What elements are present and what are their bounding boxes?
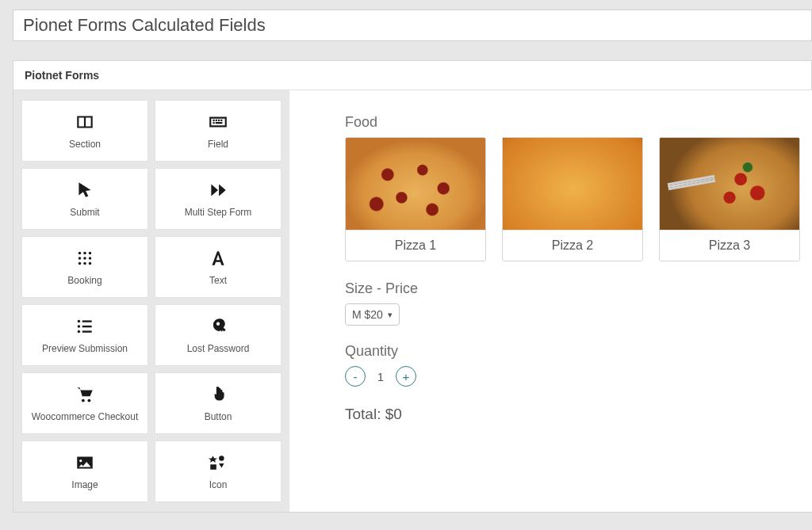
size-value: M $20 (352, 308, 383, 321)
food-label: Food (345, 114, 800, 131)
fast-forward-icon (208, 180, 228, 200)
svg-point-4 (83, 257, 86, 259)
svg-point-1 (83, 252, 86, 254)
svg-point-0 (79, 252, 81, 254)
widget-label: Woocommerce Checkout (32, 411, 139, 422)
food-option-pizza-2[interactable]: Pizza 2 (502, 137, 643, 261)
quantity-stepper: - 1 + (345, 366, 800, 387)
food-caption: Pizza 2 (503, 230, 642, 261)
widget-label: Icon (209, 479, 228, 490)
columns-icon (75, 112, 95, 132)
svg-rect-10 (82, 320, 92, 322)
svg-point-16 (87, 399, 90, 402)
widget-button[interactable]: Button (155, 372, 282, 434)
quantity-plus-button[interactable]: + (396, 366, 416, 387)
keyboard-icon (208, 112, 228, 132)
panel-title: Piotnet Forms (25, 69, 99, 82)
widget-icon[interactable]: Icon (155, 440, 282, 502)
widget-label: Submit (70, 207, 99, 218)
list-icon (75, 316, 95, 337)
page-title: Pionet Forms Calculated Fields (23, 15, 266, 35)
widget-label: Booking (67, 275, 102, 286)
widget-field[interactable]: Field (155, 100, 282, 162)
svg-point-2 (89, 252, 91, 254)
svg-point-8 (89, 262, 91, 265)
widget-image[interactable]: Image (21, 440, 148, 502)
cursor-icon (75, 180, 95, 200)
widget-label: Multi Step Form (185, 207, 252, 218)
pointer-icon (208, 384, 228, 405)
svg-point-11 (78, 325, 80, 327)
food-options: Pizza 1 Pizza 2 Pizza 3 (345, 137, 800, 261)
minus-icon: - (354, 370, 358, 383)
widget-label: Lost Password (187, 343, 250, 354)
widget-section[interactable]: Section (21, 100, 148, 162)
braille-icon (75, 248, 95, 269)
builder-panel: Piotnet Forms Section Field (13, 60, 812, 513)
food-option-pizza-1[interactable]: Pizza 1 (345, 137, 486, 261)
chevron-down-icon: ▾ (388, 310, 393, 320)
size-label: Size - Price (345, 280, 800, 297)
quantity-label: Quantity (345, 343, 800, 360)
svg-point-13 (78, 330, 80, 333)
widget-lost-password[interactable]: Lost Password (155, 304, 282, 366)
svg-point-7 (83, 262, 86, 265)
svg-point-15 (82, 399, 85, 402)
svg-point-9 (78, 320, 80, 322)
widget-label: Preview Submission (42, 343, 128, 354)
font-icon (208, 248, 228, 269)
widget-submit[interactable]: Submit (21, 168, 148, 230)
svg-rect-12 (82, 326, 92, 327)
widget-text[interactable]: Text (155, 236, 282, 298)
svg-point-6 (79, 262, 81, 265)
food-caption: Pizza 1 (346, 230, 485, 261)
widget-label: Section (69, 139, 101, 150)
pizza-image (346, 138, 485, 230)
key-icon (208, 316, 228, 337)
form-canvas: Food Pizza 1 Pizza 2 Pizza 3 Siz (289, 90, 812, 512)
widgets-sidebar: Section Field Submit (13, 90, 289, 512)
total-text: Total: $0 (345, 406, 800, 423)
food-option-pizza-3[interactable]: Pizza 3 (659, 137, 800, 261)
widget-multi-step-form[interactable]: Multi Step Form (155, 168, 282, 230)
widget-label: Field (208, 139, 228, 150)
page-title-bar: Pionet Forms Calculated Fields (13, 10, 812, 41)
widget-preview-submission[interactable]: Preview Submission (21, 304, 148, 366)
widget-woocommerce-checkout[interactable]: Woocommerce Checkout (21, 372, 148, 434)
quantity-value: 1 (377, 370, 385, 383)
size-select[interactable]: M $20 ▾ (345, 303, 400, 326)
plus-icon: + (403, 370, 410, 383)
cart-icon (75, 384, 95, 405)
quantity-minus-button[interactable]: - (345, 366, 366, 387)
svg-rect-14 (82, 330, 92, 332)
widget-label: Button (205, 411, 232, 422)
pizza-image (660, 138, 799, 230)
panel-header: Piotnet Forms (13, 61, 811, 90)
icons-icon (208, 452, 228, 473)
image-icon (75, 452, 95, 473)
widget-booking[interactable]: Booking (21, 236, 148, 298)
food-caption: Pizza 3 (660, 230, 799, 261)
svg-point-5 (89, 257, 91, 259)
widget-label: Text (209, 275, 227, 286)
svg-point-3 (79, 257, 81, 259)
pizza-image (503, 138, 642, 230)
widget-label: Image (71, 479, 98, 490)
